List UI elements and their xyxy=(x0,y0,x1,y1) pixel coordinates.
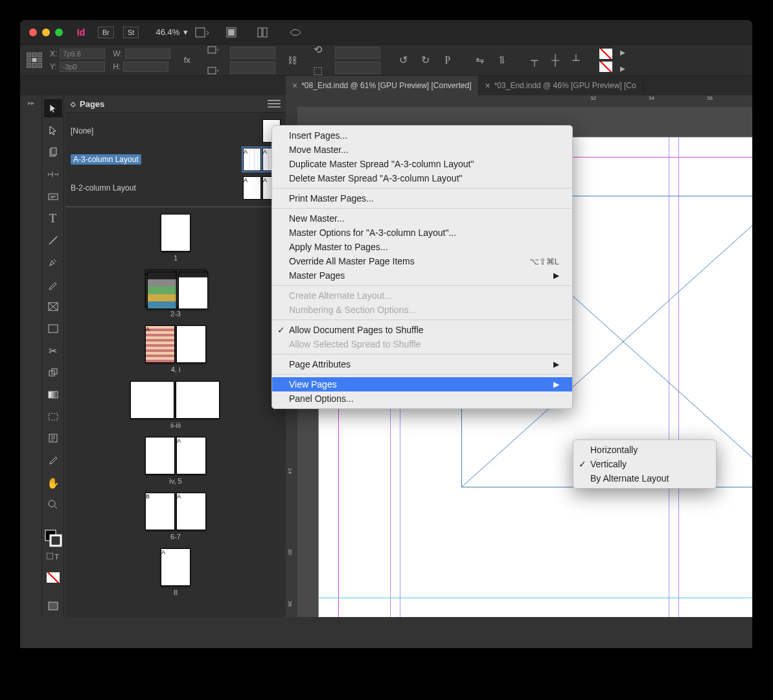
menu-view-pages[interactable]: View Pages▶ xyxy=(272,377,572,391)
apply-none-icon[interactable] xyxy=(47,572,60,583)
hand-tool[interactable]: ✋ xyxy=(44,474,62,492)
master-none[interactable]: [None] xyxy=(65,117,286,145)
rotate-icon[interactable]: ⟲ xyxy=(309,41,327,59)
arrange-icon[interactable] xyxy=(255,23,273,41)
menu-allow-shuffle-doc[interactable]: ✓Allow Document Pages to Shuffle xyxy=(272,323,572,337)
play-icon-2[interactable]: ▸ xyxy=(620,62,625,75)
tools-panel: ▸▸ T ✂ ✋ xyxy=(20,95,65,617)
menu-print-master-pages[interactable]: Print Master Pages... xyxy=(272,191,572,205)
master-b-2-column[interactable]: B-2-column Layout AA xyxy=(65,174,286,202)
menu-delete-master[interactable]: Delete Master Spread "A-3-column Layout" xyxy=(272,171,572,185)
gradient-feather-tool[interactable] xyxy=(44,408,62,426)
scale-y-field[interactable] xyxy=(230,62,275,74)
rotate-cw-icon[interactable]: ↻ xyxy=(417,51,435,69)
eyedropper-tool[interactable] xyxy=(44,452,62,470)
submenu-vertically[interactable]: ✓Vertically xyxy=(573,457,716,471)
play-icon[interactable]: ▸ xyxy=(620,46,625,58)
page-thumb-4-i[interactable]: A4, i xyxy=(65,325,286,373)
y-field[interactable] xyxy=(60,62,105,72)
scale-x-icon[interactable] xyxy=(204,41,222,59)
menu-insert-pages[interactable]: Insert Pages... xyxy=(272,128,572,143)
gpu-icon[interactable] xyxy=(286,23,305,41)
menu-apply-master[interactable]: Apply Master to Pages... xyxy=(272,240,572,254)
shear-field[interactable] xyxy=(335,62,380,74)
close-icon[interactable]: × xyxy=(292,80,297,91)
pages-panel-header[interactable]: ◇ Pages xyxy=(65,95,286,113)
page-thumb-1[interactable]: 1 xyxy=(65,214,286,262)
chevron-down-icon: ▾ xyxy=(183,27,188,37)
flip-h-icon[interactable]: ⇋ xyxy=(471,51,489,69)
menu-new-master[interactable]: New Master... xyxy=(272,211,572,226)
fx-icon[interactable]: fx xyxy=(178,51,196,69)
fill-swatch[interactable] xyxy=(599,49,612,59)
page-thumb-2-3[interactable]: AA2-3 xyxy=(65,270,286,318)
rotate-field[interactable] xyxy=(335,47,380,59)
tab-doc-1[interactable]: × *08_End.indd @ 61% [GPU Preview] [Conv… xyxy=(286,76,479,95)
page-tool[interactable] xyxy=(44,143,62,161)
page-thumb-8[interactable]: A8 xyxy=(65,548,286,596)
close-window-button[interactable] xyxy=(29,29,37,36)
close-icon[interactable]: × xyxy=(485,80,490,91)
x-field[interactable] xyxy=(60,49,105,59)
free-transform-tool[interactable] xyxy=(44,364,62,382)
master-a-3-column[interactable]: A-3-column Layout AA xyxy=(65,145,286,174)
stroke-swatch[interactable] xyxy=(599,62,612,72)
view-mode-icon[interactable] xyxy=(44,597,62,615)
pen-tool[interactable] xyxy=(44,253,62,272)
zoom-dropdown[interactable]: 46.4% ▾ xyxy=(156,27,188,37)
menu-duplicate-master[interactable]: Duplicate Master Spread "A-3-column Layo… xyxy=(272,157,572,171)
reference-point[interactable] xyxy=(27,52,42,68)
line-tool[interactable] xyxy=(44,231,62,250)
selection-tool[interactable] xyxy=(44,99,62,117)
scale-x-field[interactable] xyxy=(230,47,275,59)
formatting-text-icon[interactable]: T xyxy=(54,553,59,561)
text-wrap-p-icon[interactable]: P xyxy=(439,51,457,69)
stock-button[interactable]: St xyxy=(123,27,139,38)
view-options-icon[interactable] xyxy=(193,23,211,41)
note-tool[interactable] xyxy=(44,430,62,448)
formatting-container-icon[interactable] xyxy=(47,553,53,559)
content-collector-tool[interactable] xyxy=(44,187,62,205)
panel-menu-icon[interactable] xyxy=(268,100,281,108)
page-thumb-6-7[interactable]: BA6-7 xyxy=(65,493,286,541)
zoom-tool[interactable] xyxy=(44,496,62,514)
flip-v-icon[interactable]: ⥮ xyxy=(493,51,511,69)
align-top-icon[interactable]: ┬ xyxy=(525,51,544,69)
tab-label: *08_End.indd @ 61% [GPU Preview] [Conver… xyxy=(301,81,471,90)
pages-list[interactable]: 1 AA2-3 A4, i ii-iii Aiv, 5 BA6-7 A8 xyxy=(65,207,286,617)
bridge-button[interactable]: Br xyxy=(98,27,114,38)
maximize-window-button[interactable] xyxy=(55,29,63,36)
align-mid-icon[interactable]: ┼ xyxy=(546,51,564,69)
pencil-tool[interactable] xyxy=(44,275,62,294)
gap-tool[interactable] xyxy=(44,165,62,183)
menu-panel-options[interactable]: Panel Options... xyxy=(272,391,572,406)
menu-master-options[interactable]: Master Options for "A-3-column Layout"..… xyxy=(272,226,572,240)
page-thumb-ii-iii[interactable]: ii-iii xyxy=(65,381,286,429)
type-tool[interactable]: T xyxy=(44,209,62,228)
submenu-horizontally[interactable]: Horizontally xyxy=(573,443,716,457)
h-label: H: xyxy=(113,62,121,71)
w-field[interactable] xyxy=(125,49,170,59)
menu-override-master-items[interactable]: Override All Master Page Items⌥⇧⌘L xyxy=(272,254,572,268)
minimize-window-button[interactable] xyxy=(42,29,50,36)
rotate-ccw-icon[interactable]: ↺ xyxy=(395,51,413,69)
gradient-tool[interactable] xyxy=(44,386,62,404)
align-bot-icon[interactable]: ┴ xyxy=(567,51,585,69)
pages-panel-title: Pages xyxy=(80,99,104,109)
tab-doc-2[interactable]: × *03_End.indd @ 46% [GPU Preview] [Co xyxy=(479,76,643,95)
scissors-tool[interactable]: ✂ xyxy=(44,342,62,360)
fill-stroke-icon[interactable] xyxy=(44,527,62,549)
zoom-value: 46.4% xyxy=(156,27,179,37)
h-field[interactable] xyxy=(123,62,168,72)
submenu-by-alternate[interactable]: By Alternate Layout xyxy=(573,471,716,485)
link-icon[interactable]: ⛓ xyxy=(283,51,301,69)
menu-master-pages[interactable]: Master Pages▶ xyxy=(272,268,572,283)
menu-move-master[interactable]: Move Master... xyxy=(272,143,572,157)
rectangle-frame-tool[interactable] xyxy=(44,298,62,316)
direct-selection-tool[interactable] xyxy=(44,121,62,139)
screen-mode-icon[interactable] xyxy=(224,23,242,41)
page-thumb-iv-5[interactable]: Aiv, 5 xyxy=(65,437,286,485)
collapse-icon[interactable]: ◇ xyxy=(71,100,76,108)
rectangle-tool[interactable] xyxy=(44,320,62,338)
menu-page-attributes[interactable]: Page Attributes▶ xyxy=(272,357,572,371)
